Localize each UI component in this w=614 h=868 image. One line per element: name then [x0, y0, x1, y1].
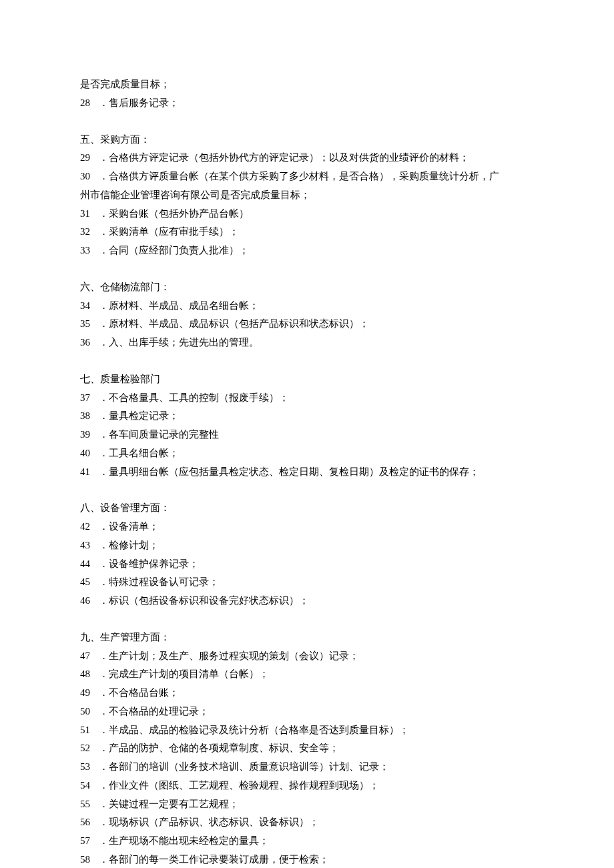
item-number: 57 [80, 832, 99, 851]
numbered-item: 33．合同（应经部门负责人批准）； [80, 242, 534, 260]
item-text: ．采购清单（应有审批手续）； [99, 223, 534, 242]
item-text: ．产品的防护、仓储的各项规章制度、标识、安全等； [99, 739, 534, 758]
item-text: ．合格供方评质量台帐（在某个供方采购了多少材料，是否合格），采购质量统计分析，广 [99, 167, 534, 186]
document-body: 是否完成质量目标；28．售后服务记录； 五、采购方面：29．合格供方评定记录（包… [80, 75, 534, 868]
item-text: ．量具明细台帐（应包括量具检定状态、检定日期、复检日期）及检定的证书的保存； [99, 463, 534, 482]
item-number: 37 [80, 389, 99, 408]
item-text: ．采购台账（包括外协产品台帐） [99, 205, 534, 224]
item-number: 41 [80, 463, 99, 482]
item-text: ．现场标识（产品标识、状态标识、设备标识）； [99, 813, 534, 832]
numbered-item: 40．工具名细台帐； [80, 444, 534, 463]
item-text: ．各部门的培训（业务技术培训、质量意识培训等）计划、记录； [99, 758, 534, 777]
item-number: 35 [80, 315, 99, 334]
item-number: 36 [80, 334, 99, 352]
numbered-item: 44．设备维护保养记录； [80, 555, 534, 574]
numbered-item: 58．各部门的每一类工作记录要装订成册，便于检索； [80, 851, 534, 868]
item-number: 51 [80, 721, 99, 740]
item-number: 40 [80, 444, 99, 463]
item-text: ．生产计划；及生产、服务过程实现的策划（会议）记录； [99, 647, 534, 666]
item-text: ．工具名细台帐； [99, 444, 534, 463]
numbered-item: 53．各部门的培训（业务技术培训、质量意识培训等）计划、记录； [80, 758, 534, 777]
section-heading: 六、仓储物流部门： [80, 278, 534, 297]
numbered-item: 49．不合格品台账； [80, 684, 534, 703]
numbered-item: 45．特殊过程设备认可记录； [80, 573, 534, 592]
item-number: 30 [80, 167, 99, 186]
numbered-item: 54．作业文件（图纸、工艺规程、检验规程、操作规程到现场）； [80, 777, 534, 795]
section-heading: 五、采购方面： [80, 131, 534, 149]
item-number: 32 [80, 223, 99, 242]
item-text: ．检修计划； [99, 536, 534, 555]
item-text: ．入、出库手续；先进先出的管理。 [99, 334, 534, 352]
numbered-item: 39．各车间质量记录的完整性 [80, 426, 534, 444]
section-heading: 七、质量检验部门 [80, 370, 534, 389]
item-number: 44 [80, 555, 99, 574]
item-text: ．量具检定记录； [99, 407, 534, 426]
section-gap [80, 260, 534, 278]
item-text: ．原材料、半成品、成品标识（包括产品标识和状态标识）； [99, 315, 534, 334]
numbered-item: 55．关键过程一定要有工艺规程； [80, 795, 534, 814]
numbered-item: 31．采购台账（包括外协产品台帐） [80, 205, 534, 224]
numbered-item: 35．原材料、半成品、成品标识（包括产品标识和状态标识）； [80, 315, 534, 334]
numbered-item: 38．量具检定记录； [80, 407, 534, 426]
item-number: 46 [80, 592, 99, 610]
item-number: 34 [80, 297, 99, 316]
item-text: ．生产现场不能出现未经检定的量具； [99, 832, 534, 851]
numbered-item: 48．完成生产计划的项目清单（台帐）； [80, 665, 534, 684]
item-number: 48 [80, 665, 99, 684]
item-number: 55 [80, 795, 99, 814]
item-text: ．不合格品台账； [99, 684, 534, 703]
item-number: 42 [80, 518, 99, 536]
item-number: 38 [80, 407, 99, 426]
continuation-text: 州市信能企业管理咨询有限公司是否完成质量目标； [80, 186, 534, 205]
item-number: 47 [80, 647, 99, 666]
numbered-item: 52．产品的防护、仓储的各项规章制度、标识、安全等； [80, 739, 534, 758]
numbered-item: 28．售后服务记录； [80, 94, 534, 113]
item-number: 45 [80, 573, 99, 592]
numbered-item: 36．入、出库手续；先进先出的管理。 [80, 334, 534, 352]
item-text: ．设备维护保养记录； [99, 555, 534, 574]
item-text: ．设备清单； [99, 518, 534, 536]
numbered-item: 43．检修计划； [80, 536, 534, 555]
item-number: 52 [80, 739, 99, 758]
section-heading: 八、设备管理方面： [80, 499, 534, 518]
item-text: ．标识（包括设备标识和设备完好状态标识）； [99, 592, 534, 610]
item-text: ．各车间质量记录的完整性 [99, 426, 534, 444]
numbered-item: 46．标识（包括设备标识和设备完好状态标识）； [80, 592, 534, 610]
item-number: 28 [80, 94, 99, 113]
item-number: 50 [80, 703, 99, 721]
numbered-item: 56．现场标识（产品标识、状态标识、设备标识）； [80, 813, 534, 832]
item-number: 58 [80, 851, 99, 868]
section-heading: 九、生产管理方面： [80, 628, 534, 647]
item-number: 39 [80, 426, 99, 444]
numbered-item: 42．设备清单； [80, 518, 534, 536]
item-text: ．各部门的每一类工作记录要装订成册，便于检索； [99, 851, 534, 868]
numbered-item: 57．生产现场不能出现未经检定的量具； [80, 832, 534, 851]
item-text: ．售后服务记录； [99, 94, 534, 113]
item-text: ．不合格量具、工具的控制（报废手续）； [99, 389, 534, 408]
item-number: 33 [80, 242, 99, 260]
numbered-item: 34．原材料、半成品、成品名细台帐； [80, 297, 534, 316]
numbered-item: 41．量具明细台帐（应包括量具检定状态、检定日期、复检日期）及检定的证书的保存； [80, 463, 534, 482]
section-gap [80, 352, 534, 370]
item-number: 43 [80, 536, 99, 555]
item-text: ．半成品、成品的检验记录及统计分析（合格率是否达到质量目标）； [99, 721, 534, 740]
item-text: ．原材料、半成品、成品名细台帐； [99, 297, 534, 316]
numbered-item: 47．生产计划；及生产、服务过程实现的策划（会议）记录； [80, 647, 534, 666]
section-gap [80, 113, 534, 131]
numbered-item: 51．半成品、成品的检验记录及统计分析（合格率是否达到质量目标）； [80, 721, 534, 740]
numbered-item: 30．合格供方评质量台帐（在某个供方采购了多少材料，是否合格），采购质量统计分析… [80, 167, 534, 186]
intro-section: 是否完成质量目标；28．售后服务记录； [80, 75, 534, 113]
item-text: ．完成生产计划的项目清单（台帐）； [99, 665, 534, 684]
section-gap [80, 610, 534, 628]
item-text: ．不合格品的处理记录； [99, 703, 534, 721]
item-number: 53 [80, 758, 99, 777]
item-number: 56 [80, 813, 99, 832]
item-number: 54 [80, 777, 99, 795]
intro-text: 是否完成质量目标； [80, 75, 534, 94]
item-number: 29 [80, 149, 99, 167]
item-text: ．特殊过程设备认可记录； [99, 573, 534, 592]
item-number: 31 [80, 205, 99, 224]
section-gap [80, 481, 534, 499]
numbered-item: 29．合格供方评定记录（包括外协代方的评定记录）；以及对供货的业绩评价的材料； [80, 149, 534, 167]
sections-container: 五、采购方面：29．合格供方评定记录（包括外协代方的评定记录）；以及对供货的业绩… [80, 113, 534, 869]
